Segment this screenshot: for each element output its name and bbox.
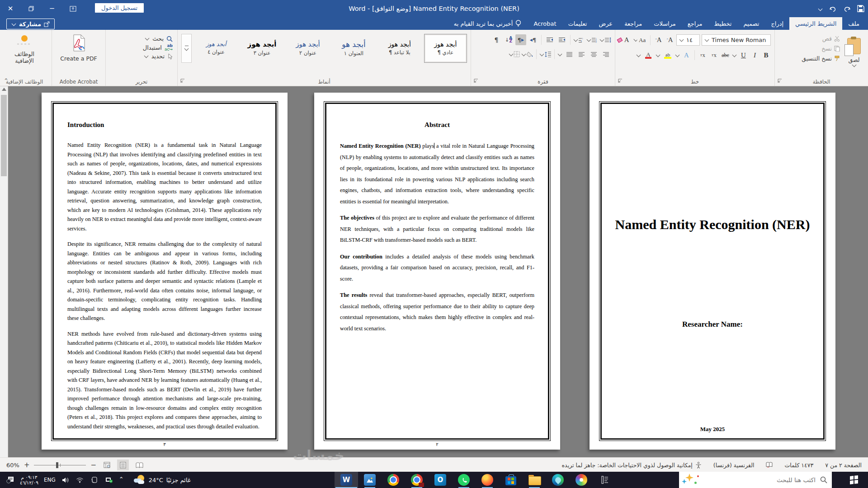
word-count[interactable]: ١٤٧٣ كلمات — [784, 462, 813, 469]
styles-gallery-more-button[interactable] — [181, 34, 192, 63]
text-effects-chevron[interactable] — [675, 52, 680, 57]
zoom-level[interactable]: 60% — [6, 462, 19, 469]
close-window-button[interactable]: ✕ — [0, 0, 21, 17]
zoom-out-button[interactable]: − — [90, 461, 96, 469]
paragraph-dialog-launcher[interactable] — [473, 79, 478, 84]
page-indicator[interactable]: الصفحة ٢ من ٧ — [825, 462, 862, 469]
justify-options-chevron[interactable] — [558, 52, 562, 56]
numbering-button[interactable]: ١٢٣ — [586, 34, 598, 45]
page-introduction[interactable]: Introduction Named Entity Recognition (N… — [42, 93, 288, 450]
tab-references[interactable]: مراجع — [682, 17, 708, 30]
bullets-button[interactable] — [599, 34, 611, 45]
style-heading4[interactable]: أبجد هوز عنوان ٤ — [194, 34, 237, 63]
taskbar-search-input[interactable] — [724, 476, 816, 484]
style-normal[interactable]: أبجد هوز عادي ¶ — [424, 34, 467, 63]
weather-widget[interactable]: 24°C غائم جزئيًا — [129, 474, 191, 485]
proofing-status-icon[interactable] — [766, 462, 773, 468]
tab-help[interactable]: تعليمات — [562, 17, 593, 30]
style-heading1[interactable]: أبجد هو العنوان ١ — [332, 34, 375, 63]
wifi-icon[interactable] — [75, 472, 85, 488]
format-painter-button[interactable]: نسخ التنسيق — [802, 55, 840, 62]
shrink-font-button[interactable]: Aˇ — [654, 35, 663, 45]
select-button[interactable]: تحديد — [110, 53, 173, 60]
font-dialog-launcher[interactable] — [618, 79, 623, 84]
tab-home[interactable]: الشريط الرئيسي — [789, 17, 842, 30]
taskbar-chrome-icon[interactable] — [382, 472, 405, 488]
tab-layout[interactable]: تخطيط — [708, 17, 738, 30]
restore-window-button[interactable] — [21, 0, 42, 17]
shading-button[interactable] — [521, 49, 533, 60]
tab-design[interactable]: تصميم — [737, 17, 765, 30]
align-center-button[interactable] — [588, 49, 599, 60]
style-heading3[interactable]: أبجد هوز عنوان ٣ — [241, 34, 283, 63]
your-phone-icon[interactable] — [90, 472, 99, 488]
taskbar-clock[interactable]: ٠٩:١٣ م ٤٦/١٢/٠٩ — [20, 474, 38, 485]
redo-button[interactable] — [843, 5, 851, 12]
zoom-slider[interactable] — [34, 465, 86, 465]
ltr-text-direction-button[interactable]: ▶¶ — [515, 34, 526, 45]
taskbar-whatsapp-icon[interactable] — [452, 472, 476, 488]
style-no-spacing[interactable]: أبجد هوز بلا تباعد ¶ — [378, 34, 421, 63]
clipboard-dialog-launcher[interactable] — [777, 79, 782, 84]
page-title[interactable]: Named Entity Recognition (NER) Researche… — [590, 93, 835, 450]
taskbar-firefox-icon[interactable] — [476, 472, 499, 488]
volume-icon[interactable] — [61, 472, 70, 488]
font-family-combobox[interactable]: Times New Roman — [702, 34, 771, 46]
superscript-button[interactable]: x٢ — [698, 50, 708, 61]
taskbar-edge-icon[interactable] — [546, 472, 570, 488]
taskbar-word-icon[interactable]: W — [335, 472, 358, 488]
show-paragraph-marks-button[interactable]: ¶ — [491, 34, 502, 45]
taskbar-photos-icon[interactable] — [358, 472, 382, 488]
collapse-ribbon-button[interactable]: ⌃ — [4, 77, 9, 84]
change-case-button[interactable]: Aa — [633, 35, 647, 46]
scrollbar-thumb[interactable] — [1, 95, 7, 176]
taskbar-outlook-icon[interactable]: O — [429, 472, 452, 488]
grow-font-button[interactable]: Aˆ — [665, 35, 675, 45]
align-left-button[interactable] — [576, 49, 587, 60]
paste-button[interactable]: لصق — [840, 33, 868, 71]
copilot-sparkle-icon[interactable] — [679, 472, 703, 488]
tab-review[interactable]: مراجعة — [618, 17, 648, 30]
increase-indent-button[interactable] — [544, 34, 555, 45]
print-layout-view-button[interactable] — [117, 460, 129, 470]
accessibility-status[interactable]: إمكانية الوصول لذوي الاحتياجات الخاصة: ج… — [562, 462, 702, 469]
notification-center-icon[interactable] — [5, 472, 14, 488]
line-spacing-button[interactable] — [539, 49, 552, 60]
customize-qat-button[interactable] — [818, 5, 823, 13]
highlight-color-chevron[interactable] — [656, 52, 660, 57]
taskbar-chrome-profile-icon[interactable] — [405, 472, 429, 488]
undo-button[interactable] — [829, 5, 837, 12]
clear-formatting-button[interactable]: A — [619, 35, 632, 46]
highlight-color-button[interactable]: ab — [662, 50, 673, 61]
zoom-in-button[interactable]: + — [24, 461, 30, 469]
borders-button[interactable] — [509, 49, 520, 60]
zoom-slider-thumb[interactable] — [56, 462, 58, 468]
taskbar-file-explorer-icon[interactable] — [523, 472, 546, 488]
italic-button[interactable]: I — [750, 50, 760, 61]
find-button[interactable]: بحث — [110, 35, 173, 42]
web-layout-view-button[interactable] — [101, 460, 113, 470]
copy-button[interactable]: نسخ — [802, 45, 840, 52]
taskbar-store-icon[interactable] — [499, 472, 523, 488]
taskbar-pinwheel-app-icon[interactable] — [570, 472, 593, 488]
tab-view[interactable]: عرض — [593, 17, 618, 30]
font-color-chevron[interactable] — [637, 52, 641, 57]
strikethrough-button[interactable]: abc — [721, 50, 730, 61]
sort-button[interactable]: AZ↓ — [503, 34, 514, 45]
styles-dialog-launcher[interactable] — [180, 79, 185, 84]
page-abstract[interactable]: Abstract Named Entity Recognition (NER) … — [314, 93, 560, 450]
taskbar-notes-icon[interactable] — [593, 472, 617, 488]
taskbar-search-bar[interactable] — [679, 472, 832, 488]
sign-in-button[interactable]: تسجيل الدخول — [95, 3, 144, 13]
start-button[interactable] — [840, 472, 868, 488]
underline-options-chevron[interactable] — [732, 52, 737, 57]
save-button[interactable] — [857, 5, 864, 12]
tab-insert[interactable]: إدراج — [765, 17, 789, 30]
tab-file[interactable]: ملف — [842, 17, 865, 30]
share-button[interactable]: مشاركة — [6, 19, 55, 29]
bold-button[interactable]: B — [761, 50, 771, 61]
tab-acrobat[interactable]: Acrobat — [528, 17, 562, 30]
tab-mailings[interactable]: مراسلات — [648, 17, 682, 30]
text-effects-button[interactable]: A — [682, 50, 691, 61]
language-indicator[interactable]: الفرنسية (فرنسا) — [713, 462, 755, 469]
